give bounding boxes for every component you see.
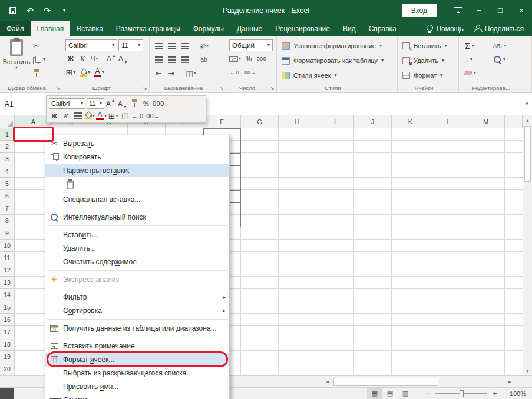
- row-header-5[interactable]: 5: [0, 178, 14, 190]
- column-header-G[interactable]: G: [241, 115, 279, 128]
- row-header-19[interactable]: 19: [0, 351, 14, 363]
- menu-item-smart-lookup[interactable]: Интеллектуальный поиск: [45, 210, 229, 224]
- menu-item-get-data[interactable]: Получить данные из таблицы или диапазона…: [45, 321, 229, 335]
- row-header-10[interactable]: 10: [0, 240, 14, 252]
- menu-item-format-cells[interactable]: Формат ячеек...: [45, 353, 229, 366]
- find-select-button[interactable]: ▾: [493, 54, 505, 65]
- formula-bar-expand-button[interactable]: ▼: [521, 93, 532, 115]
- mini-format-painter-button[interactable]: [129, 98, 140, 109]
- tab-3[interactable]: Разметка страницы: [110, 21, 187, 36]
- merge-center-button[interactable]: ◫▾: [186, 68, 196, 78]
- row-header-13[interactable]: 13: [0, 277, 14, 289]
- menu-item-pick-from-list[interactable]: Выбрать из раскрывающегося списка...: [45, 366, 229, 380]
- decrease-decimal-button[interactable]: .00→: [243, 67, 255, 78]
- mini-decrease-font-button[interactable]: А▼: [117, 98, 128, 109]
- orientation-button[interactable]: ab▾: [199, 41, 209, 51]
- menu-item-cut[interactable]: ✂Вырезать: [45, 137, 229, 150]
- mini-merge-button[interactable]: ◫: [120, 111, 130, 121]
- menu-item-paste-special[interactable]: Специальная вставка...: [45, 192, 229, 206]
- align-top-button[interactable]: [153, 41, 164, 51]
- row-header-8[interactable]: 8: [0, 215, 14, 227]
- tab-5[interactable]: Данные: [230, 21, 269, 36]
- normal-view-button[interactable]: ▦: [367, 388, 382, 399]
- dialog-launcher-icon[interactable]: ↘: [219, 86, 224, 91]
- insert-cells-button[interactable]: Вставить ▾: [402, 40, 447, 52]
- format-as-table-button[interactable]: Форматировать как таблицу ▾: [282, 55, 384, 66]
- row-header-1[interactable]: 1: [0, 128, 14, 141]
- ribbon-display-options-button[interactable]: [447, 0, 468, 21]
- row-header-2[interactable]: 2: [0, 141, 14, 153]
- number-format-combo[interactable]: Общий▾: [229, 39, 273, 51]
- decrease-font-button[interactable]: А▼: [118, 54, 128, 64]
- increase-decimal-button[interactable]: ←.0: [229, 67, 240, 78]
- row-header-18[interactable]: 18: [0, 338, 14, 351]
- column-header-K[interactable]: K: [392, 115, 429, 128]
- row-header-12[interactable]: 12: [0, 264, 14, 277]
- mini-increase-decimal-button[interactable]: ←.0: [131, 111, 143, 121]
- menu-item-insert-comment[interactable]: Вставить примечание: [45, 339, 229, 353]
- scroll-down-button[interactable]: ▼: [523, 366, 532, 375]
- accounting-format-button[interactable]: ▾: [229, 54, 241, 64]
- increase-font-button[interactable]: А▲: [106, 54, 117, 64]
- format-cells-button[interactable]: Формат ▾: [402, 69, 442, 81]
- align-right-button[interactable]: [179, 54, 190, 65]
- help-tab[interactable]: Помощь: [426, 25, 463, 33]
- mini-font-family-combo[interactable]: Calibri▾: [49, 98, 85, 109]
- tab-7[interactable]: Вид: [336, 21, 362, 36]
- horizontal-scroll-thumb[interactable]: [333, 378, 438, 386]
- mini-bold-button[interactable]: Ж: [49, 111, 60, 121]
- zoom-in-button[interactable]: +: [490, 390, 500, 398]
- select-all-button[interactable]: [0, 115, 15, 128]
- mini-increase-font-button[interactable]: А▲: [105, 98, 116, 109]
- save-button[interactable]: [8, 5, 18, 16]
- dialog-launcher-icon[interactable]: ↘: [55, 86, 60, 91]
- increase-indent-button[interactable]: ⇥: [166, 68, 177, 78]
- sign-in-button[interactable]: Вход: [402, 4, 437, 17]
- menu-item-insert[interactable]: Вставить...: [45, 228, 229, 241]
- row-header-9[interactable]: 9: [0, 227, 14, 240]
- menu-item-sort[interactable]: Сортировка▸: [45, 304, 229, 317]
- row-header-3[interactable]: 3: [0, 153, 14, 165]
- format-painter-button[interactable]: [33, 68, 45, 78]
- tab-8[interactable]: Справка: [362, 21, 403, 36]
- menu-item-paste-option-keep-formatting[interactable]: [45, 177, 229, 192]
- tab-file[interactable]: Файл: [0, 21, 31, 36]
- row-header-16[interactable]: 16: [0, 314, 14, 326]
- zoom-out-button[interactable]: −: [422, 390, 433, 398]
- paste-button[interactable]: Вставить ▾: [3, 39, 30, 82]
- column-header-L[interactable]: L: [429, 115, 467, 128]
- borders-button[interactable]: ⊞▾: [65, 67, 76, 78]
- row-header-15[interactable]: 15: [0, 301, 14, 314]
- column-header-M[interactable]: M: [467, 115, 505, 128]
- tab-2[interactable]: Вставка: [70, 21, 110, 36]
- autosum-button[interactable]: Σ▾: [465, 40, 474, 51]
- customize-qat-button[interactable]: ▾: [60, 5, 69, 16]
- mini-borders-button[interactable]: ⊞▾: [108, 111, 118, 121]
- share-button[interactable]: Поделиться: [474, 25, 524, 33]
- delete-cells-button[interactable]: Удалить ▾: [402, 55, 444, 66]
- scroll-right-button[interactable]: ▶: [505, 377, 514, 387]
- undo-button[interactable]: ↶: [25, 5, 35, 16]
- tab-4[interactable]: Формулы: [187, 21, 230, 36]
- percent-style-button[interactable]: %: [243, 54, 254, 64]
- bold-button[interactable]: Ж: [65, 54, 76, 64]
- conditional-formatting-button[interactable]: Условное форматирование ▾: [282, 40, 382, 52]
- align-bottom-button[interactable]: [179, 41, 190, 51]
- mini-italic-button[interactable]: К: [61, 111, 71, 121]
- zoom-slider[interactable]: [435, 393, 487, 394]
- clear-button[interactable]: ▾: [465, 67, 476, 78]
- vertical-scroll-thumb[interactable]: [524, 126, 531, 182]
- menu-item-delete[interactable]: Удалить...: [45, 241, 229, 255]
- sort-filter-button[interactable]: АЯ↓▾: [493, 40, 507, 51]
- mini-decrease-decimal-button[interactable]: .00→: [144, 111, 160, 121]
- align-center-button[interactable]: [166, 54, 177, 65]
- row-header-20[interactable]: 20: [0, 363, 14, 375]
- scroll-left-button[interactable]: ◀: [323, 377, 332, 387]
- menu-item-paste-options[interactable]: Параметры вставки:: [45, 164, 229, 177]
- copy-button[interactable]: ▾: [33, 55, 45, 64]
- paste-option-button[interactable]: [63, 178, 77, 192]
- zoom-slider-thumb[interactable]: [460, 390, 464, 397]
- menu-item-clear-contents[interactable]: Очистить содержимое: [45, 255, 229, 268]
- dialog-launcher-icon[interactable]: ↘: [270, 86, 275, 91]
- mini-font-color-button[interactable]: А▾: [96, 111, 107, 121]
